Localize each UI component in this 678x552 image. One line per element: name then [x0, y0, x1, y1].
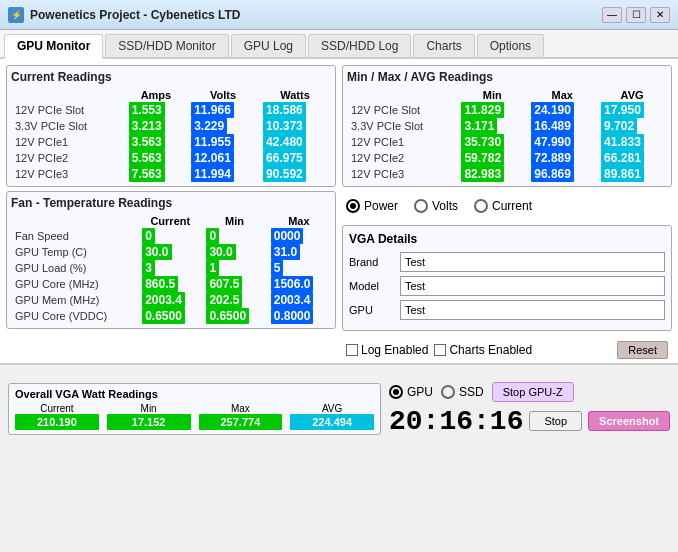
- overall-section: Overall VGA Watt Readings Current 210.19…: [8, 383, 381, 435]
- overall-current-col: Current 210.190: [15, 403, 99, 430]
- current-readings-section: Current Readings Amps Volts Watts 12V PC…: [6, 65, 336, 187]
- tab-ssdhdd-log[interactable]: SSD/HDD Log: [308, 34, 411, 57]
- mm-col-avg: AVG: [597, 88, 667, 102]
- time-display: 20:16:16: [389, 406, 523, 437]
- vga-field-input[interactable]: [400, 300, 665, 320]
- row-label: 12V PCIe1: [11, 134, 125, 150]
- vga-details-title: VGA Details: [349, 232, 665, 246]
- radio-group: Power Volts Current: [342, 193, 672, 219]
- tab-charts[interactable]: Charts: [413, 34, 474, 57]
- tab-options[interactable]: Options: [477, 34, 544, 57]
- cell-min: 11.829: [457, 102, 527, 118]
- radio-gpu[interactable]: GPU: [389, 385, 433, 399]
- table-row: 12V PCIe Slot 11.829 24.190 17.950: [347, 102, 667, 118]
- col-watts: Watts: [259, 88, 331, 102]
- row-label: 12V PCIe Slot: [11, 102, 125, 118]
- log-enabled-cb-box[interactable]: [346, 344, 358, 356]
- current-readings-table: Amps Volts Watts 12V PCIe Slot 1.553 11.…: [11, 88, 331, 182]
- minimize-button[interactable]: —: [602, 7, 622, 23]
- radio-gpu-label: GPU: [407, 385, 433, 399]
- log-enabled-checkbox[interactable]: Log Enabled: [346, 343, 428, 357]
- vga-field-label: Model: [349, 280, 394, 292]
- cell-min: 1: [202, 260, 266, 276]
- cell-current: 3: [138, 260, 202, 276]
- overall-max-header: Max: [199, 403, 283, 414]
- radio-ssd[interactable]: SSD: [441, 385, 484, 399]
- min-max-title: Min / Max / AVG Readings: [347, 70, 667, 84]
- vga-details-section: VGA Details Brand Model GPU: [342, 225, 672, 331]
- cell-avg: 89.861: [597, 166, 667, 182]
- cell-watts: 18.586: [259, 102, 331, 118]
- cell-max: 5: [267, 260, 331, 276]
- fan-temp-section: Fan - Temperature Readings Current Min M…: [6, 191, 336, 329]
- radio-current-circle[interactable]: [474, 199, 488, 213]
- radio-volts-label: Volts: [432, 199, 458, 213]
- radio-volts-circle[interactable]: [414, 199, 428, 213]
- radio-ssd-circle[interactable]: [441, 385, 455, 399]
- table-row: 12V PCIe2 5.563 12.061 66.975: [11, 150, 331, 166]
- radio-gpu-circle[interactable]: [389, 385, 403, 399]
- stop-gpuz-button[interactable]: Stop GPU-Z: [492, 382, 574, 402]
- vga-field-row: Brand: [349, 252, 665, 272]
- bottom-bottom-row: 20:16:16 Stop Screenshot: [389, 406, 670, 437]
- stop-button[interactable]: Stop: [529, 411, 582, 431]
- overall-current-value: 210.190: [15, 414, 99, 430]
- screenshot-button[interactable]: Screenshot: [588, 411, 670, 431]
- row-label: 12V PCIe3: [11, 166, 125, 182]
- cell-amps: 3.213: [125, 118, 187, 134]
- overall-title: Overall VGA Watt Readings: [15, 388, 374, 400]
- table-row: Fan Speed 0 0 0000: [11, 228, 331, 244]
- bottom-bar: Overall VGA Watt Readings Current 210.19…: [0, 363, 678, 453]
- cell-min: 59.782: [457, 150, 527, 166]
- table-row: 3.3V PCIe Slot 3.171 16.489 9.702: [347, 118, 667, 134]
- vga-field-row: GPU: [349, 300, 665, 320]
- vga-field-label: Brand: [349, 256, 394, 268]
- checkbox-row: Log Enabled Charts Enabled Reset: [342, 337, 672, 363]
- table-row: 12V PCIe1 3.563 11.955 42.480: [11, 134, 331, 150]
- cell-watts: 66.975: [259, 150, 331, 166]
- min-max-section: Min / Max / AVG Readings Min Max AVG 12V…: [342, 65, 672, 187]
- maximize-button[interactable]: ☐: [626, 7, 646, 23]
- overall-min-col: Min 17.152: [107, 403, 191, 430]
- row-label: 12V PCIe2: [347, 150, 457, 166]
- radio-current-label: Current: [492, 199, 532, 213]
- left-column: Current Readings Amps Volts Watts 12V PC…: [6, 65, 336, 363]
- row-label: Fan Speed: [11, 228, 138, 244]
- radio-power-circle[interactable]: [346, 199, 360, 213]
- min-max-table: Min Max AVG 12V PCIe Slot 11.829 24.190 …: [347, 88, 667, 182]
- col-amps: Amps: [125, 88, 187, 102]
- charts-enabled-checkbox[interactable]: Charts Enabled: [434, 343, 532, 357]
- row-label: GPU Load (%): [11, 260, 138, 276]
- radio-power-label: Power: [364, 199, 398, 213]
- cell-min: 0: [202, 228, 266, 244]
- tab-gpu-monitor[interactable]: GPU Monitor: [4, 34, 103, 59]
- cell-volts: 11.955: [187, 134, 259, 150]
- tab-gpu-log[interactable]: GPU Log: [231, 34, 306, 57]
- mm-col-min: Min: [457, 88, 527, 102]
- reset-button[interactable]: Reset: [617, 341, 668, 359]
- cell-amps: 5.563: [125, 150, 187, 166]
- overall-min-value: 17.152: [107, 414, 191, 430]
- cell-current: 30.0: [138, 244, 202, 260]
- radio-volts[interactable]: Volts: [414, 199, 458, 213]
- close-button[interactable]: ✕: [650, 7, 670, 23]
- cell-avg: 41.833: [597, 134, 667, 150]
- vga-field-input[interactable]: [400, 252, 665, 272]
- cell-amps: 1.553: [125, 102, 187, 118]
- overall-max-col: Max 257.774: [199, 403, 283, 430]
- tab-ssdhdd-monitor[interactable]: SSD/HDD Monitor: [105, 34, 228, 57]
- cell-max: 72.889: [527, 150, 597, 166]
- row-label: GPU Temp (C): [11, 244, 138, 260]
- overall-current-header: Current: [15, 403, 99, 414]
- cell-min: 607.5: [202, 276, 266, 292]
- charts-enabled-cb-box[interactable]: [434, 344, 446, 356]
- fan-col-max: Max: [267, 214, 331, 228]
- row-label: 3.3V PCIe Slot: [347, 118, 457, 134]
- cell-amps: 3.563: [125, 134, 187, 150]
- radio-power[interactable]: Power: [346, 199, 398, 213]
- right-column: Min / Max / AVG Readings Min Max AVG 12V…: [342, 65, 672, 363]
- cell-volts: 3.229: [187, 118, 259, 134]
- radio-current[interactable]: Current: [474, 199, 532, 213]
- cell-current: 0: [138, 228, 202, 244]
- vga-field-input[interactable]: [400, 276, 665, 296]
